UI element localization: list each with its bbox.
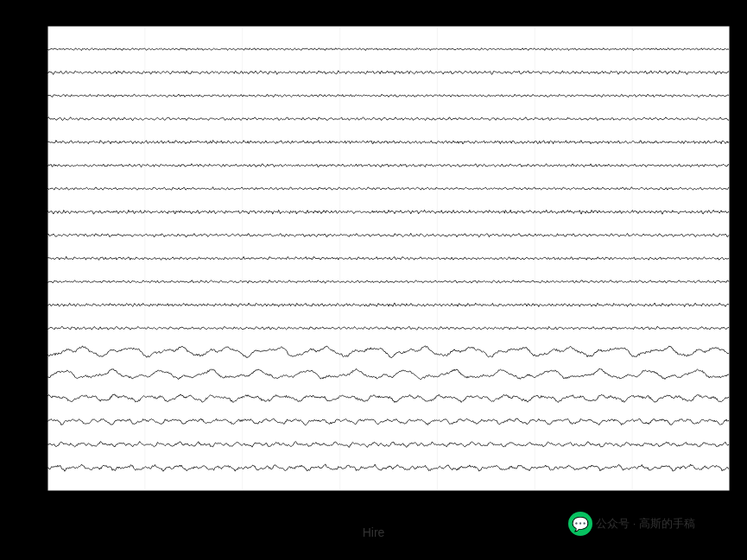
watermark-text: 公众号 · 高斯的手稿 xyxy=(596,516,695,532)
chart-container: 💬 公众号 · 高斯的手稿 Hire xyxy=(0,0,747,560)
wechat-icon: 💬 xyxy=(568,512,592,536)
watermark: 💬 公众号 · 高斯的手稿 xyxy=(568,512,695,536)
eeg-chart xyxy=(0,0,747,560)
hire-label: Hire xyxy=(363,525,385,539)
